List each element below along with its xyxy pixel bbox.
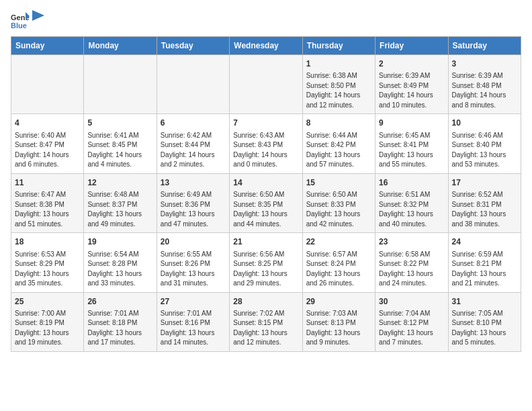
day-number: 28 (233, 296, 298, 308)
day-number: 29 (306, 296, 371, 308)
week-row-4: 18Sunrise: 6:53 AM Sunset: 8:29 PM Dayli… (11, 233, 521, 292)
calendar-cell: 8Sunrise: 6:44 AM Sunset: 8:42 PM Daylig… (302, 114, 375, 173)
header-day-tuesday: Tuesday (157, 37, 229, 55)
day-info: Sunrise: 6:51 AM Sunset: 8:32 PM Dayligh… (379, 190, 444, 229)
header-day-thursday: Thursday (302, 37, 375, 55)
day-info: Sunrise: 6:53 AM Sunset: 8:29 PM Dayligh… (15, 250, 80, 289)
calendar-cell: 26Sunrise: 7:01 AM Sunset: 8:18 PM Dayli… (84, 292, 157, 351)
day-info: Sunrise: 6:42 AM Sunset: 8:44 PM Dayligh… (161, 131, 226, 170)
calendar-cell: 2Sunrise: 6:39 AM Sunset: 8:49 PM Daylig… (375, 55, 448, 114)
header-day-wednesday: Wednesday (230, 37, 302, 55)
day-number: 26 (87, 296, 152, 308)
day-info: Sunrise: 6:46 AM Sunset: 8:40 PM Dayligh… (452, 131, 517, 170)
day-info: Sunrise: 6:49 AM Sunset: 8:36 PM Dayligh… (161, 190, 226, 229)
week-row-3: 11Sunrise: 6:47 AM Sunset: 8:38 PM Dayli… (11, 173, 521, 232)
day-number: 13 (161, 177, 226, 189)
day-info: Sunrise: 6:56 AM Sunset: 8:25 PM Dayligh… (233, 250, 298, 289)
day-info: Sunrise: 6:55 AM Sunset: 8:26 PM Dayligh… (161, 250, 226, 289)
day-info: Sunrise: 7:01 AM Sunset: 8:16 PM Dayligh… (161, 309, 226, 348)
day-number: 15 (306, 177, 371, 189)
day-info: Sunrise: 6:50 AM Sunset: 8:33 PM Dayligh… (306, 190, 371, 229)
logo-flag-icon (32, 10, 44, 25)
day-info: Sunrise: 6:39 AM Sunset: 8:49 PM Dayligh… (379, 71, 444, 110)
calendar-cell: 1Sunrise: 6:38 AM Sunset: 8:50 PM Daylig… (302, 55, 375, 114)
calendar-cell: 10Sunrise: 6:46 AM Sunset: 8:40 PM Dayli… (448, 114, 521, 173)
logo: General Blue (11, 11, 44, 30)
calendar-body: 1Sunrise: 6:38 AM Sunset: 8:50 PM Daylig… (11, 55, 521, 352)
day-number: 30 (379, 296, 444, 308)
day-info: Sunrise: 6:45 AM Sunset: 8:41 PM Dayligh… (379, 131, 444, 170)
header-day-monday: Monday (84, 37, 157, 55)
week-row-2: 4Sunrise: 6:40 AM Sunset: 8:47 PM Daylig… (11, 114, 521, 173)
calendar-cell: 21Sunrise: 6:56 AM Sunset: 8:25 PM Dayli… (230, 233, 302, 292)
calendar-table: SundayMondayTuesdayWednesdayThursdayFrid… (11, 36, 521, 352)
calendar-cell: 18Sunrise: 6:53 AM Sunset: 8:29 PM Dayli… (11, 233, 84, 292)
calendar-cell: 5Sunrise: 6:41 AM Sunset: 8:45 PM Daylig… (84, 114, 157, 173)
calendar-cell: 12Sunrise: 6:48 AM Sunset: 8:37 PM Dayli… (84, 173, 157, 232)
calendar-cell: 30Sunrise: 7:04 AM Sunset: 8:12 PM Dayli… (375, 292, 448, 351)
day-number: 19 (87, 236, 152, 248)
day-number: 27 (161, 296, 226, 308)
day-number: 2 (379, 58, 444, 70)
day-number: 17 (452, 177, 517, 189)
day-number: 24 (452, 236, 517, 248)
page-header: General Blue (11, 11, 521, 30)
day-number: 4 (15, 118, 80, 129)
day-info: Sunrise: 6:58 AM Sunset: 8:22 PM Dayligh… (379, 250, 444, 289)
calendar-cell (11, 55, 84, 114)
header-day-friday: Friday (375, 37, 448, 55)
day-number: 23 (379, 236, 444, 248)
day-number: 14 (233, 177, 298, 189)
logo-icon: General Blue (11, 11, 30, 30)
day-number: 6 (161, 118, 226, 129)
day-info: Sunrise: 6:43 AM Sunset: 8:43 PM Dayligh… (233, 131, 298, 170)
calendar-cell: 25Sunrise: 7:00 AM Sunset: 8:19 PM Dayli… (11, 292, 84, 351)
day-number: 11 (15, 177, 80, 189)
calendar-cell: 28Sunrise: 7:02 AM Sunset: 8:15 PM Dayli… (230, 292, 302, 351)
day-info: Sunrise: 7:00 AM Sunset: 8:19 PM Dayligh… (15, 309, 80, 348)
day-info: Sunrise: 6:47 AM Sunset: 8:38 PM Dayligh… (15, 190, 80, 229)
day-info: Sunrise: 6:41 AM Sunset: 8:45 PM Dayligh… (87, 131, 152, 170)
day-info: Sunrise: 6:50 AM Sunset: 8:35 PM Dayligh… (233, 190, 298, 229)
calendar-cell: 11Sunrise: 6:47 AM Sunset: 8:38 PM Dayli… (11, 173, 84, 232)
calendar-cell (84, 55, 157, 114)
calendar-cell: 4Sunrise: 6:40 AM Sunset: 8:47 PM Daylig… (11, 114, 84, 173)
day-number: 20 (161, 236, 226, 248)
day-number: 22 (306, 236, 371, 248)
day-number: 1 (306, 58, 371, 70)
day-info: Sunrise: 7:02 AM Sunset: 8:15 PM Dayligh… (233, 309, 298, 348)
day-info: Sunrise: 6:40 AM Sunset: 8:47 PM Dayligh… (15, 131, 80, 170)
calendar-cell: 7Sunrise: 6:43 AM Sunset: 8:43 PM Daylig… (230, 114, 302, 173)
calendar-cell: 19Sunrise: 6:54 AM Sunset: 8:28 PM Dayli… (84, 233, 157, 292)
svg-text:Blue: Blue (11, 21, 27, 30)
day-info: Sunrise: 7:03 AM Sunset: 8:13 PM Dayligh… (306, 309, 371, 348)
calendar-cell: 17Sunrise: 6:52 AM Sunset: 8:31 PM Dayli… (448, 173, 521, 232)
day-info: Sunrise: 6:44 AM Sunset: 8:42 PM Dayligh… (306, 131, 371, 170)
day-number: 9 (379, 118, 444, 129)
calendar-header: SundayMondayTuesdayWednesdayThursdayFrid… (11, 37, 521, 55)
calendar-cell: 3Sunrise: 6:39 AM Sunset: 8:48 PM Daylig… (448, 55, 521, 114)
week-row-1: 1Sunrise: 6:38 AM Sunset: 8:50 PM Daylig… (11, 55, 521, 114)
day-number: 7 (233, 118, 298, 129)
day-info: Sunrise: 6:54 AM Sunset: 8:28 PM Dayligh… (87, 250, 152, 289)
calendar-cell (230, 55, 302, 114)
calendar-cell: 15Sunrise: 6:50 AM Sunset: 8:33 PM Dayli… (302, 173, 375, 232)
calendar-cell: 20Sunrise: 6:55 AM Sunset: 8:26 PM Dayli… (157, 233, 229, 292)
calendar-cell (157, 55, 229, 114)
calendar-cell: 16Sunrise: 6:51 AM Sunset: 8:32 PM Dayli… (375, 173, 448, 232)
header-day-sunday: Sunday (11, 37, 84, 55)
day-number: 12 (87, 177, 152, 189)
day-number: 25 (15, 296, 80, 308)
day-number: 18 (15, 236, 80, 248)
day-number: 8 (306, 118, 371, 129)
calendar-cell: 24Sunrise: 6:59 AM Sunset: 8:21 PM Dayli… (448, 233, 521, 292)
calendar-cell: 31Sunrise: 7:05 AM Sunset: 8:10 PM Dayli… (448, 292, 521, 351)
day-info: Sunrise: 7:01 AM Sunset: 8:18 PM Dayligh… (87, 309, 152, 348)
calendar-cell: 14Sunrise: 6:50 AM Sunset: 8:35 PM Dayli… (230, 173, 302, 232)
day-number: 10 (452, 118, 517, 129)
calendar-cell: 13Sunrise: 6:49 AM Sunset: 8:36 PM Dayli… (157, 173, 229, 232)
header-day-saturday: Saturday (448, 37, 521, 55)
day-info: Sunrise: 6:48 AM Sunset: 8:37 PM Dayligh… (87, 190, 152, 229)
day-info: Sunrise: 6:59 AM Sunset: 8:21 PM Dayligh… (452, 250, 517, 289)
calendar-cell: 9Sunrise: 6:45 AM Sunset: 8:41 PM Daylig… (375, 114, 448, 173)
